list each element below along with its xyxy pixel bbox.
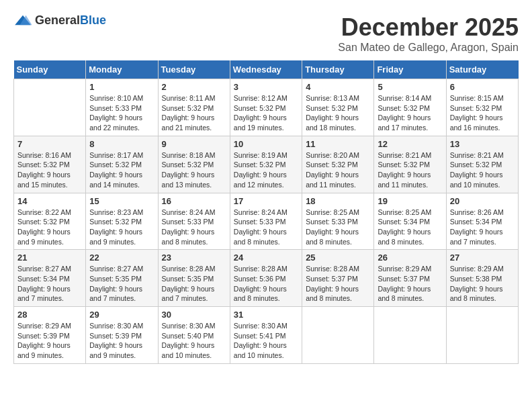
day-number: 26 (378, 253, 442, 263)
calendar-cell: 30Sunrise: 8:30 AM Sunset: 5:40 PM Dayli… (158, 307, 230, 364)
day-number: 14 (17, 196, 82, 206)
day-info: Sunrise: 8:27 AM Sunset: 5:35 PM Dayligh… (89, 264, 154, 304)
header: GeneralBlue December 2025 San Mateo de G… (13, 13, 519, 54)
calendar-cell: 25Sunrise: 8:28 AM Sunset: 5:37 PM Dayli… (302, 250, 374, 307)
day-info: Sunrise: 8:29 AM Sunset: 5:38 PM Dayligh… (450, 264, 515, 304)
calendar-cell (302, 307, 374, 364)
day-number: 9 (162, 139, 226, 149)
day-number: 19 (378, 196, 442, 206)
calendar-cell (446, 307, 518, 364)
calendar-cell: 17Sunrise: 8:24 AM Sunset: 5:33 PM Dayli… (230, 193, 302, 250)
calendar-cell: 2Sunrise: 8:11 AM Sunset: 5:32 PM Daylig… (158, 79, 230, 136)
day-number: 27 (450, 253, 515, 263)
calendar-cell: 13Sunrise: 8:21 AM Sunset: 5:32 PM Dayli… (446, 136, 518, 193)
calendar-cell: 8Sunrise: 8:17 AM Sunset: 5:32 PM Daylig… (86, 136, 158, 193)
day-info: Sunrise: 8:30 AM Sunset: 5:41 PM Dayligh… (234, 321, 298, 361)
day-number: 30 (162, 310, 226, 320)
logo-icon (13, 14, 32, 28)
day-number: 1 (89, 82, 154, 92)
day-number: 22 (89, 253, 154, 263)
day-number: 7 (17, 139, 82, 149)
day-info: Sunrise: 8:21 AM Sunset: 5:32 PM Dayligh… (450, 150, 515, 190)
day-number: 12 (378, 139, 442, 149)
calendar-cell: 16Sunrise: 8:24 AM Sunset: 5:33 PM Dayli… (158, 193, 230, 250)
day-info: Sunrise: 8:12 AM Sunset: 5:32 PM Dayligh… (234, 93, 298, 133)
day-info: Sunrise: 8:30 AM Sunset: 5:39 PM Dayligh… (89, 321, 154, 361)
day-info: Sunrise: 8:16 AM Sunset: 5:32 PM Dayligh… (17, 150, 82, 190)
logo: GeneralBlue (13, 13, 106, 28)
day-number: 31 (234, 310, 298, 320)
day-number: 24 (234, 253, 298, 263)
week-row-2: 7Sunrise: 8:16 AM Sunset: 5:32 PM Daylig… (14, 136, 519, 193)
logo-general: General (35, 13, 80, 27)
calendar-cell (374, 307, 446, 364)
calendar-cell: 6Sunrise: 8:15 AM Sunset: 5:32 PM Daylig… (446, 79, 518, 136)
day-number: 10 (234, 139, 298, 149)
header-day-saturday: Saturday (446, 60, 518, 79)
calendar-cell: 29Sunrise: 8:30 AM Sunset: 5:39 PM Dayli… (86, 307, 158, 364)
day-info: Sunrise: 8:23 AM Sunset: 5:32 PM Dayligh… (89, 208, 154, 247)
day-info: Sunrise: 8:13 AM Sunset: 5:32 PM Dayligh… (306, 93, 370, 133)
day-info: Sunrise: 8:11 AM Sunset: 5:32 PM Dayligh… (162, 93, 226, 133)
day-number: 29 (89, 310, 154, 320)
day-number: 28 (17, 310, 82, 320)
day-info: Sunrise: 8:28 AM Sunset: 5:35 PM Dayligh… (162, 264, 226, 304)
day-number: 2 (162, 82, 226, 92)
day-info: Sunrise: 8:24 AM Sunset: 5:33 PM Dayligh… (234, 208, 298, 247)
calendar-cell: 3Sunrise: 8:12 AM Sunset: 5:32 PM Daylig… (230, 79, 302, 136)
day-info: Sunrise: 8:10 AM Sunset: 5:33 PM Dayligh… (89, 93, 154, 133)
day-info: Sunrise: 8:28 AM Sunset: 5:36 PM Dayligh… (234, 264, 298, 304)
day-info: Sunrise: 8:21 AM Sunset: 5:32 PM Dayligh… (378, 150, 442, 190)
week-row-3: 14Sunrise: 8:22 AM Sunset: 5:32 PM Dayli… (14, 193, 519, 250)
day-info: Sunrise: 8:30 AM Sunset: 5:40 PM Dayligh… (162, 321, 226, 361)
day-info: Sunrise: 8:29 AM Sunset: 5:37 PM Dayligh… (378, 264, 442, 304)
week-row-5: 28Sunrise: 8:29 AM Sunset: 5:39 PM Dayli… (14, 307, 519, 364)
location-title: San Mateo de Gallego, Aragon, Spain (338, 42, 519, 54)
calendar-cell: 12Sunrise: 8:21 AM Sunset: 5:32 PM Dayli… (374, 136, 446, 193)
calendar-cell: 19Sunrise: 8:25 AM Sunset: 5:34 PM Dayli… (374, 193, 446, 250)
header-day-thursday: Thursday (302, 60, 374, 79)
calendar-cell: 9Sunrise: 8:18 AM Sunset: 5:32 PM Daylig… (158, 136, 230, 193)
header-day-friday: Friday (374, 60, 446, 79)
calendar-cell: 23Sunrise: 8:28 AM Sunset: 5:35 PM Dayli… (158, 250, 230, 307)
header-day-wednesday: Wednesday (230, 60, 302, 79)
calendar-cell: 1Sunrise: 8:10 AM Sunset: 5:33 PM Daylig… (86, 79, 158, 136)
logo-blue: Blue (80, 13, 106, 27)
day-number: 21 (17, 253, 82, 263)
day-info: Sunrise: 8:15 AM Sunset: 5:32 PM Dayligh… (450, 93, 515, 133)
calendar-cell: 27Sunrise: 8:29 AM Sunset: 5:38 PM Dayli… (446, 250, 518, 307)
day-info: Sunrise: 8:14 AM Sunset: 5:32 PM Dayligh… (378, 93, 442, 133)
day-number: 6 (450, 82, 515, 92)
calendar-cell: 21Sunrise: 8:27 AM Sunset: 5:34 PM Dayli… (14, 250, 86, 307)
day-info: Sunrise: 8:20 AM Sunset: 5:32 PM Dayligh… (306, 150, 370, 190)
day-info: Sunrise: 8:27 AM Sunset: 5:34 PM Dayligh… (17, 264, 82, 304)
day-number: 17 (234, 196, 298, 206)
calendar-cell: 26Sunrise: 8:29 AM Sunset: 5:37 PM Dayli… (374, 250, 446, 307)
day-info: Sunrise: 8:25 AM Sunset: 5:34 PM Dayligh… (378, 208, 442, 247)
day-info: Sunrise: 8:18 AM Sunset: 5:32 PM Dayligh… (162, 150, 226, 190)
day-number: 15 (89, 196, 154, 206)
day-number: 20 (450, 196, 515, 206)
day-number: 4 (306, 82, 370, 92)
calendar-cell: 20Sunrise: 8:26 AM Sunset: 5:34 PM Dayli… (446, 193, 518, 250)
calendar-cell: 5Sunrise: 8:14 AM Sunset: 5:32 PM Daylig… (374, 79, 446, 136)
day-info: Sunrise: 8:26 AM Sunset: 5:34 PM Dayligh… (450, 208, 515, 247)
day-number: 25 (306, 253, 370, 263)
day-number: 3 (234, 82, 298, 92)
header-day-sunday: Sunday (14, 60, 86, 79)
day-number: 11 (306, 139, 370, 149)
day-number: 8 (89, 139, 154, 149)
calendar-cell: 10Sunrise: 8:19 AM Sunset: 5:32 PM Dayli… (230, 136, 302, 193)
day-number: 18 (306, 196, 370, 206)
calendar-table: SundayMondayTuesdayWednesdayThursdayFrid… (13, 60, 519, 364)
header-day-tuesday: Tuesday (158, 60, 230, 79)
day-number: 16 (162, 196, 226, 206)
calendar-cell: 24Sunrise: 8:28 AM Sunset: 5:36 PM Dayli… (230, 250, 302, 307)
calendar-cell: 14Sunrise: 8:22 AM Sunset: 5:32 PM Dayli… (14, 193, 86, 250)
day-info: Sunrise: 8:29 AM Sunset: 5:39 PM Dayligh… (17, 321, 82, 361)
header-day-monday: Monday (86, 60, 158, 79)
calendar-cell: 22Sunrise: 8:27 AM Sunset: 5:35 PM Dayli… (86, 250, 158, 307)
day-number: 23 (162, 253, 226, 263)
month-title: December 2025 (338, 13, 519, 42)
day-info: Sunrise: 8:25 AM Sunset: 5:33 PM Dayligh… (306, 208, 370, 247)
